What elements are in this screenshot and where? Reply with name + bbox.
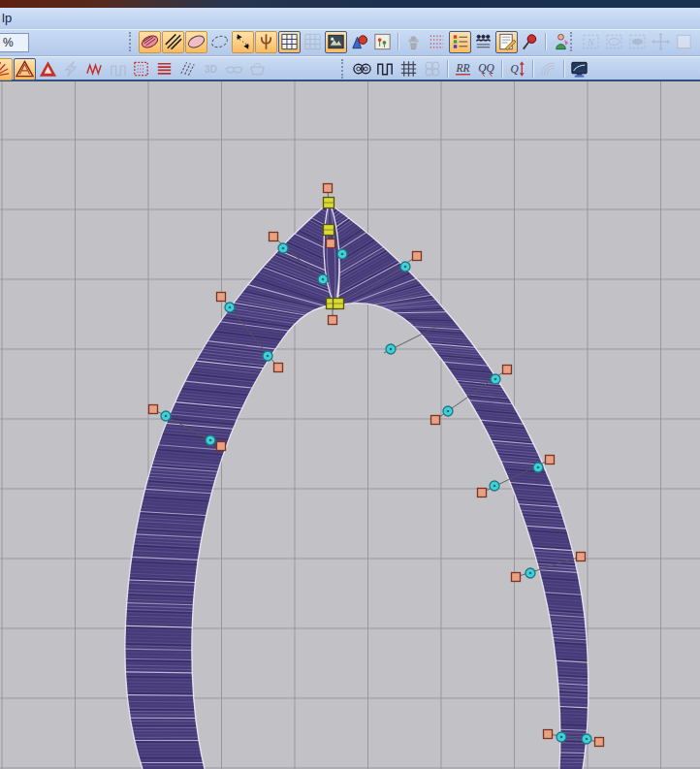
remove-overlap-icon[interactable]: RR <box>452 58 474 80</box>
fancy-fill-icon[interactable] <box>176 58 199 80</box>
design-viewport[interactable] <box>0 81 700 769</box>
mirror-frame-filled-icon <box>626 31 649 53</box>
design-canvas[interactable] <box>0 81 700 769</box>
application-window: { "window": { "menu_fragment": "lp" }, "… <box>0 0 700 769</box>
toolbar-grip[interactable] <box>129 32 136 51</box>
tatami-fill-icon[interactable] <box>162 31 184 53</box>
objects-icon[interactable] <box>348 31 370 53</box>
handle-point[interactable] <box>149 405 158 414</box>
menu-bar[interactable]: lp <box>0 8 700 29</box>
motif-fill-icon[interactable] <box>130 58 152 80</box>
handle-point[interactable] <box>431 416 440 425</box>
handle-point[interactable] <box>274 364 283 372</box>
pushpin-icon[interactable] <box>519 31 541 53</box>
weave-icon[interactable] <box>398 58 420 80</box>
manual-stitch-icon[interactable] <box>255 31 277 53</box>
3d-effect-icon: 3D <box>200 58 222 80</box>
toolbar-row-2: 3D RRQQQ <box>0 56 700 81</box>
color-film-icon[interactable] <box>449 31 471 53</box>
design-preview-icon[interactable] <box>371 31 394 53</box>
handle-point[interactable] <box>327 240 335 248</box>
basket-icon <box>246 58 269 80</box>
toolbar-separator <box>560 59 567 79</box>
zigzag-stitch-icon[interactable] <box>83 58 106 80</box>
frame-n-icon: N <box>580 31 602 53</box>
pattern-dots-icon[interactable] <box>426 31 448 53</box>
closest-join-icon[interactable]: QQ <box>475 58 497 80</box>
handle-point[interactable] <box>546 456 555 465</box>
svg-text:Q: Q <box>511 63 520 75</box>
screen-calibrate-icon[interactable] <box>568 58 590 80</box>
toolbar-separator <box>395 32 401 51</box>
svg-text:QQ: QQ <box>478 62 494 74</box>
handle-point[interactable] <box>503 366 512 374</box>
zoom-percent-field[interactable]: % <box>0 33 29 52</box>
svg-text:RR: RR <box>456 62 470 74</box>
chain-icon <box>421 58 443 80</box>
grid-alt-icon <box>302 31 324 53</box>
hoop-object-icon[interactable] <box>696 31 700 53</box>
underlay-wave-icon[interactable] <box>374 58 397 80</box>
handle-point[interactable] <box>413 252 422 261</box>
skew-icon <box>60 58 82 80</box>
lettering-icon[interactable] <box>37 58 59 80</box>
handle-point[interactable] <box>329 316 337 325</box>
blank-frame-icon <box>673 31 695 53</box>
toolbar-group-stitch-types: 3D <box>0 57 269 80</box>
handle-point[interactable] <box>512 573 521 582</box>
handle-point[interactable] <box>544 730 553 739</box>
toolbar-group-main <box>129 30 572 53</box>
move-design-icon <box>650 31 672 53</box>
toolbar-separator <box>498 59 505 79</box>
toolbar-row-1: % N <box>0 29 700 56</box>
handle-point[interactable] <box>217 442 226 451</box>
shape-outline-icon[interactable] <box>185 31 207 53</box>
contour-lines-icon[interactable] <box>153 58 175 80</box>
e-stitch-icon <box>107 58 129 80</box>
handle-point[interactable] <box>595 738 604 747</box>
run-stitch-icon[interactable] <box>232 31 254 53</box>
title-bar-fragment <box>0 0 700 8</box>
mirror-frame-icon <box>603 31 625 53</box>
toolbar-grip[interactable] <box>341 59 348 79</box>
toolbar-separator <box>529 59 536 79</box>
toolbar-separator <box>444 59 451 79</box>
stitch-direction-icon[interactable]: Q <box>506 58 528 80</box>
svg-text:3D: 3D <box>205 63 218 75</box>
wizard-icon[interactable] <box>550 31 572 53</box>
bitmap-view-icon[interactable] <box>325 31 347 53</box>
handle-point[interactable] <box>577 553 586 561</box>
svg-text:N: N <box>587 37 595 48</box>
canvas-grid <box>0 81 700 769</box>
embroidery-object[interactable] <box>125 203 589 769</box>
fill-stitch-icon[interactable] <box>139 31 161 53</box>
arc-effect-icon <box>537 58 559 80</box>
toolbar-grip[interactable] <box>570 32 577 51</box>
design-properties-icon[interactable] <box>495 31 518 53</box>
handle-point[interactable] <box>270 233 278 241</box>
stitch-list-icon[interactable] <box>472 31 494 53</box>
toolbar-group-effects: RRQQQ <box>341 57 590 80</box>
grid-toggle-icon[interactable] <box>278 31 301 53</box>
menu-item-fragment[interactable]: lp <box>2 11 12 25</box>
toolbar-group-arrange: N <box>570 30 700 53</box>
underlay-rings-icon[interactable] <box>351 58 373 80</box>
handle-point[interactable] <box>324 184 333 193</box>
select-ellipse-icon[interactable] <box>208 31 231 53</box>
plant-faded-icon <box>402 31 425 53</box>
zoom-percent-suffix: % <box>3 36 14 49</box>
fan-stitch-icon[interactable] <box>0 58 13 80</box>
toolbar-separator <box>542 32 549 51</box>
handle-point[interactable] <box>217 293 226 302</box>
satin-column-icon[interactable] <box>14 58 36 80</box>
handle-point[interactable] <box>478 489 487 497</box>
glasses-icon <box>223 58 245 80</box>
